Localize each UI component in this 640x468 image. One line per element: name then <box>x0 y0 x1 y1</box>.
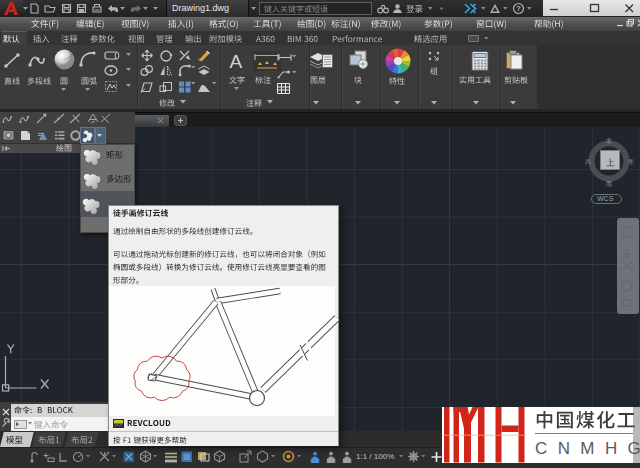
svg-text:?: ? <box>516 4 521 13</box>
